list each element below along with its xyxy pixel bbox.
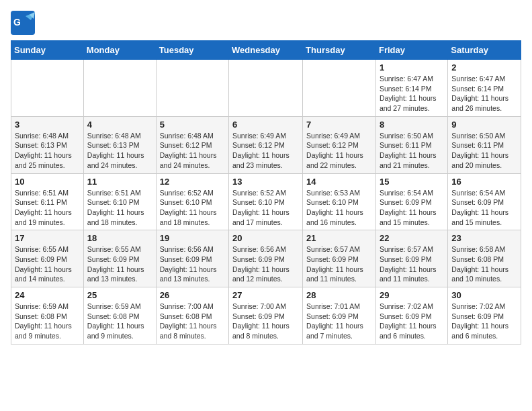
day-info: Sunrise: 6:47 AMSunset: 6:14 PMDaylight:… (380, 74, 444, 113)
calendar-cell: 25Sunrise: 6:59 AMSunset: 6:08 PMDayligh… (83, 287, 156, 345)
calendar-cell: 17Sunrise: 6:55 AMSunset: 6:09 PMDayligh… (11, 230, 84, 287)
calendar-cell: 27Sunrise: 7:00 AMSunset: 6:09 PMDayligh… (229, 287, 303, 345)
day-number: 15 (380, 177, 444, 187)
weekday-header-thursday: Thursday (303, 41, 376, 60)
day-info: Sunrise: 6:49 AMSunset: 6:12 PMDaylight:… (232, 131, 299, 171)
calendar-cell: 20Sunrise: 6:56 AMSunset: 6:09 PMDayligh… (229, 230, 303, 287)
calendar-cell: 1Sunrise: 6:47 AMSunset: 6:14 PMDaylight… (375, 60, 447, 117)
calendar-cell: 16Sunrise: 6:54 AMSunset: 6:09 PMDayligh… (448, 173, 521, 230)
calendar-week-3: 17Sunrise: 6:55 AMSunset: 6:09 PMDayligh… (11, 230, 521, 287)
logo-icon: G (11, 11, 35, 35)
day-number: 29 (380, 290, 444, 300)
day-info: Sunrise: 6:52 AMSunset: 6:10 PMDaylight:… (160, 188, 225, 228)
day-info: Sunrise: 6:55 AMSunset: 6:09 PMDaylight:… (15, 244, 80, 284)
page-container: G SundayMondayTuesdayWednesdayThursdayFr… (11, 11, 521, 345)
calendar-cell: 19Sunrise: 6:56 AMSunset: 6:09 PMDayligh… (156, 230, 228, 287)
day-info: Sunrise: 6:57 AMSunset: 6:09 PMDaylight:… (306, 244, 372, 284)
day-info: Sunrise: 7:00 AMSunset: 6:09 PMDaylight:… (232, 302, 299, 341)
logo: G (11, 11, 38, 35)
weekday-header-row: SundayMondayTuesdayWednesdayThursdayFrid… (11, 41, 521, 60)
calendar-cell: 11Sunrise: 6:51 AMSunset: 6:10 PMDayligh… (83, 173, 156, 230)
day-info: Sunrise: 6:56 AMSunset: 6:09 PMDaylight:… (232, 244, 299, 284)
calendar-cell: 7Sunrise: 6:49 AMSunset: 6:12 PMDaylight… (303, 116, 376, 173)
weekday-header-sunday: Sunday (11, 41, 84, 60)
day-info: Sunrise: 6:51 AMSunset: 6:11 PMDaylight:… (15, 188, 80, 228)
calendar-cell: 26Sunrise: 7:00 AMSunset: 6:08 PMDayligh… (156, 287, 228, 345)
day-number: 14 (306, 177, 372, 187)
day-number: 30 (451, 290, 517, 300)
day-number: 20 (232, 233, 299, 243)
day-number: 13 (232, 177, 299, 187)
day-info: Sunrise: 6:53 AMSunset: 6:10 PMDaylight:… (306, 188, 372, 228)
calendar-cell: 13Sunrise: 6:52 AMSunset: 6:10 PMDayligh… (229, 173, 303, 230)
day-number: 1 (380, 62, 444, 73)
day-number: 11 (87, 177, 152, 187)
day-number: 6 (232, 120, 299, 130)
header: G (11, 11, 521, 35)
weekday-header-saturday: Saturday (448, 41, 521, 60)
calendar-week-4: 24Sunrise: 6:59 AMSunset: 6:08 PMDayligh… (11, 287, 521, 345)
calendar-cell: 14Sunrise: 6:53 AMSunset: 6:10 PMDayligh… (303, 173, 376, 230)
day-number: 3 (15, 120, 80, 130)
day-number: 9 (451, 120, 517, 130)
day-number: 23 (451, 233, 517, 243)
calendar-cell: 15Sunrise: 6:54 AMSunset: 6:09 PMDayligh… (375, 173, 447, 230)
calendar-cell: 10Sunrise: 6:51 AMSunset: 6:11 PMDayligh… (11, 173, 84, 230)
day-number: 7 (306, 120, 372, 130)
day-info: Sunrise: 6:50 AMSunset: 6:11 PMDaylight:… (380, 131, 444, 171)
calendar-week-2: 10Sunrise: 6:51 AMSunset: 6:11 PMDayligh… (11, 173, 521, 230)
day-info: Sunrise: 7:00 AMSunset: 6:08 PMDaylight:… (160, 302, 225, 341)
calendar-cell: 8Sunrise: 6:50 AMSunset: 6:11 PMDaylight… (375, 116, 447, 173)
day-number: 28 (306, 290, 372, 300)
calendar-cell: 24Sunrise: 6:59 AMSunset: 6:08 PMDayligh… (11, 287, 84, 345)
day-info: Sunrise: 6:59 AMSunset: 6:08 PMDaylight:… (15, 302, 80, 341)
day-number: 8 (380, 120, 444, 130)
day-number: 18 (87, 233, 152, 243)
day-number: 2 (451, 62, 517, 73)
calendar-cell: 22Sunrise: 6:57 AMSunset: 6:09 PMDayligh… (375, 230, 447, 287)
weekday-header-friday: Friday (375, 41, 447, 60)
calendar-cell: 23Sunrise: 6:58 AMSunset: 6:08 PMDayligh… (448, 230, 521, 287)
day-number: 24 (15, 290, 80, 300)
calendar-cell: 6Sunrise: 6:49 AMSunset: 6:12 PMDaylight… (229, 116, 303, 173)
day-info: Sunrise: 6:58 AMSunset: 6:08 PMDaylight:… (451, 244, 517, 284)
calendar-cell: 3Sunrise: 6:48 AMSunset: 6:13 PMDaylight… (11, 116, 84, 173)
day-info: Sunrise: 7:02 AMSunset: 6:09 PMDaylight:… (380, 302, 444, 341)
day-info: Sunrise: 6:48 AMSunset: 6:13 PMDaylight:… (87, 131, 152, 171)
day-info: Sunrise: 7:01 AMSunset: 6:09 PMDaylight:… (306, 302, 372, 341)
weekday-header-tuesday: Tuesday (156, 41, 228, 60)
day-info: Sunrise: 6:48 AMSunset: 6:12 PMDaylight:… (160, 131, 225, 171)
svg-text:G: G (13, 17, 21, 28)
calendar-cell (83, 60, 156, 117)
calendar-table: SundayMondayTuesdayWednesdayThursdayFrid… (11, 40, 521, 345)
calendar-cell: 12Sunrise: 6:52 AMSunset: 6:10 PMDayligh… (156, 173, 228, 230)
calendar-cell: 29Sunrise: 7:02 AMSunset: 6:09 PMDayligh… (375, 287, 447, 345)
calendar-cell: 2Sunrise: 6:47 AMSunset: 6:14 PMDaylight… (448, 60, 521, 117)
day-info: Sunrise: 6:49 AMSunset: 6:12 PMDaylight:… (306, 131, 372, 171)
day-info: Sunrise: 6:50 AMSunset: 6:11 PMDaylight:… (451, 131, 517, 171)
calendar-week-1: 3Sunrise: 6:48 AMSunset: 6:13 PMDaylight… (11, 116, 521, 173)
calendar-cell: 9Sunrise: 6:50 AMSunset: 6:11 PMDaylight… (448, 116, 521, 173)
calendar-cell (303, 60, 376, 117)
calendar-week-0: 1Sunrise: 6:47 AMSunset: 6:14 PMDaylight… (11, 60, 521, 117)
day-info: Sunrise: 6:48 AMSunset: 6:13 PMDaylight:… (15, 131, 80, 171)
calendar-cell: 5Sunrise: 6:48 AMSunset: 6:12 PMDaylight… (156, 116, 228, 173)
calendar-cell (229, 60, 303, 117)
calendar-cell (11, 60, 84, 117)
day-info: Sunrise: 6:47 AMSunset: 6:14 PMDaylight:… (451, 74, 517, 113)
calendar-cell: 21Sunrise: 6:57 AMSunset: 6:09 PMDayligh… (303, 230, 376, 287)
day-number: 12 (160, 177, 225, 187)
day-number: 17 (15, 233, 80, 243)
day-number: 21 (306, 233, 372, 243)
calendar-cell (156, 60, 228, 117)
day-number: 22 (380, 233, 444, 243)
calendar-cell: 4Sunrise: 6:48 AMSunset: 6:13 PMDaylight… (83, 116, 156, 173)
calendar-cell: 18Sunrise: 6:55 AMSunset: 6:09 PMDayligh… (83, 230, 156, 287)
day-number: 5 (160, 120, 225, 130)
day-number: 25 (87, 290, 152, 300)
calendar-cell: 30Sunrise: 7:02 AMSunset: 6:09 PMDayligh… (448, 287, 521, 345)
day-number: 19 (160, 233, 225, 243)
day-info: Sunrise: 6:55 AMSunset: 6:09 PMDaylight:… (87, 244, 152, 284)
day-info: Sunrise: 6:54 AMSunset: 6:09 PMDaylight:… (451, 188, 517, 228)
day-info: Sunrise: 6:51 AMSunset: 6:10 PMDaylight:… (87, 188, 152, 228)
